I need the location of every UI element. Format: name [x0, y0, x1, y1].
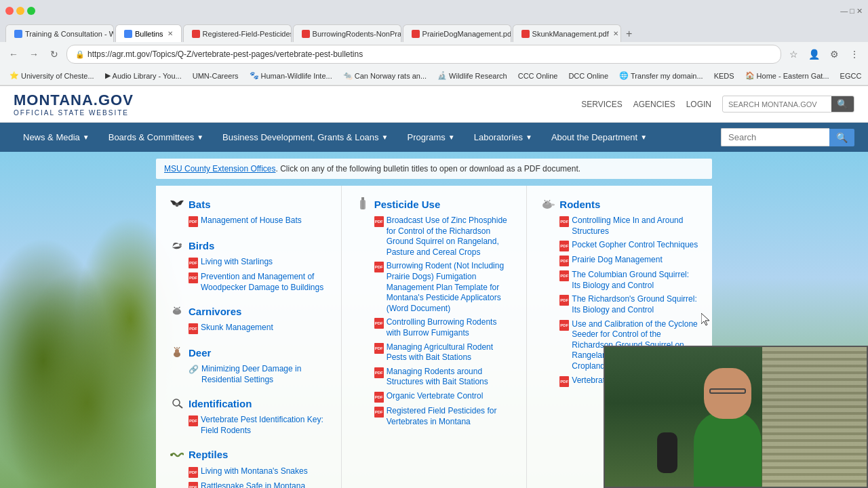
nav-news-media[interactable]: News & Media ▼ [14, 123, 99, 152]
doc-link[interactable]: Management of House Bats [201, 216, 302, 226]
tab-6-close[interactable]: ✕ [613, 30, 618, 37]
tab-5-label: PrairieDogManagement.pdf [422, 30, 511, 38]
svg-rect-9 [361, 197, 364, 200]
doc-link[interactable]: Living with Montana's Snakes [201, 466, 308, 477]
bookmark-4[interactable]: 🐾 Human-Wildlife Inte... [245, 70, 336, 81]
window-minimize-btn[interactable] [16, 7, 24, 15]
menu-btn[interactable]: ⋮ [846, 46, 863, 62]
bookmark-12[interactable]: EGCC [836, 70, 866, 81]
msu-extension-link[interactable]: MSU County Extension Offices [164, 164, 276, 174]
doc-link[interactable]: Broadcast Use of Zinc Phosphide for Cont… [387, 216, 513, 258]
nav-search-input[interactable] [721, 128, 829, 146]
url-bar[interactable]: 🔒 https://agr.mt.gov/Topics/Q-Z/vertebra… [66, 45, 781, 64]
doc-link[interactable]: Controlling Mice In and Around Structure… [572, 216, 698, 237]
tab-5[interactable]: PrairieDogManagement.pdf ✕ [403, 24, 511, 42]
doc-link[interactable]: Managing Rodents around Structures with … [387, 367, 513, 388]
pdf-icon: PDF [189, 482, 198, 488]
birds-link[interactable]: Birds [189, 240, 214, 251]
tab-1[interactable]: Training & Consultation - Wiki... ✕ [5, 24, 114, 42]
pdf-icon: PDF [189, 323, 198, 334]
doc-item: PDF Broadcast Use of Zinc Phosphide for … [374, 216, 513, 258]
header-search-btn[interactable]: 🔍 [831, 96, 854, 112]
nav-laboratories[interactable]: Laboratories ▼ [465, 123, 542, 152]
bookmark-11[interactable]: 🏠 Home - Eastern Gat... [741, 70, 833, 81]
doc-link[interactable]: Prairie Dog Management [572, 255, 662, 266]
bookmark-5[interactable]: 🐀 Can Norway rats an... [339, 70, 431, 81]
tab-2-close[interactable]: ✕ [167, 30, 173, 37]
doc-link[interactable]: Pocket Gopher Control Techniques [572, 240, 698, 251]
header-search-input[interactable] [723, 98, 831, 111]
bats-link[interactable]: Bats [189, 199, 211, 210]
forward-btn[interactable]: → [26, 46, 42, 62]
extensions-btn[interactable]: ⚙ [826, 46, 842, 62]
deer-link[interactable]: Deer [189, 347, 211, 359]
pesticide-use-link[interactable]: Pesticide Use [374, 199, 441, 210]
nav-about[interactable]: About the Department ▼ [542, 123, 656, 152]
nav-boards-committees[interactable]: Boards & Committees ▼ [99, 123, 213, 152]
bookmark-8[interactable]: DCC Online [564, 70, 612, 81]
services-link[interactable]: SERVICES [581, 100, 622, 109]
pdf-icon: PDF [374, 318, 384, 329]
bookmark-3[interactable]: UMN-Careers [189, 70, 243, 81]
video-content [605, 347, 867, 487]
person-body [694, 412, 762, 487]
window-maximize-btn[interactable] [27, 7, 35, 15]
word-doc-link[interactable]: Word Document) [389, 304, 450, 313]
pdf-icon: PDF [374, 392, 384, 403]
tab-2[interactable]: Bulletins ✕ [115, 24, 182, 42]
person-glasses [709, 388, 746, 394]
link-icon: 🔗 [189, 365, 199, 374]
nav-programs[interactable]: Programs ▼ [397, 123, 464, 152]
category-header-rodents: Rodents [540, 197, 698, 211]
doc-item: PDF Living with Montana's Snakes [189, 466, 328, 478]
title-bar: — □ ✕ [0, 0, 868, 22]
profile-btn[interactable]: 👤 [806, 46, 822, 62]
category-bats: Bats PDF Management of House Bats [170, 197, 328, 227]
tab-3[interactable]: Registered-Field-Pesticides-Ver... ✕ [183, 24, 292, 42]
bookmark-6[interactable]: 🔬 Wildlife Research [433, 70, 511, 81]
reload-btn[interactable]: ↻ [46, 46, 62, 62]
bookmark-10[interactable]: KEDS [710, 70, 738, 81]
window-close-btn[interactable] [5, 7, 14, 15]
nav-business[interactable]: Business Development, Grants & Loans ▼ [213, 123, 397, 152]
svg-point-6 [173, 399, 180, 406]
doc-link[interactable]: Managing Agricultural Rodent Pests with … [387, 342, 513, 363]
doc-link[interactable]: Living with Starlings [201, 257, 273, 268]
doc-link[interactable]: Registered Field Pesticides for Vertebra… [387, 406, 513, 427]
pdf-icon: PDF [374, 216, 384, 227]
identification-link[interactable]: Identification [189, 398, 252, 409]
logo-text: MONTANA.GOV [14, 92, 134, 109]
doc-link[interactable]: Prevention and Management of Woodpecker … [201, 272, 328, 293]
doc-link[interactable]: Burrowing Rodent (Not Including Prairie … [387, 261, 513, 314]
category-header-deer: Deer [170, 345, 328, 360]
bookmark-9[interactable]: 🌐 Transfer my domain... [615, 70, 707, 81]
reptiles-link[interactable]: Reptiles [189, 449, 228, 460]
doc-link[interactable]: Skunk Management [201, 323, 273, 333]
carnivores-link[interactable]: Carnivores [189, 306, 241, 317]
agencies-link[interactable]: AGENCIES [633, 100, 675, 109]
tab-3-label: Registered-Field-Pesticides-Ver... [203, 30, 292, 38]
rodents-link[interactable]: Rodents [559, 199, 600, 210]
doc-link[interactable]: The Richardson's Ground Squirrel: Its Bi… [572, 294, 698, 315]
tab-4[interactable]: BurrowingRodents-NonPrairi... ✕ [293, 24, 401, 42]
doc-link[interactable]: Minimizing Deer Damage in Residential Se… [201, 364, 328, 385]
new-tab-btn[interactable]: + [623, 26, 636, 42]
doc-item: PDF Prairie Dog Management [559, 255, 698, 266]
doc-link[interactable]: Vertebrate Pest Identification Key: Fiel… [201, 415, 328, 436]
doc-link[interactable]: Organic Vertebrate Control [387, 391, 484, 402]
deer-icon [170, 345, 184, 360]
bookmark-1[interactable]: ⭐ University of Cheste... [5, 70, 98, 81]
nav-item-label: Programs [407, 132, 445, 142]
doc-link[interactable]: Rattlesnake Safe in Montana [201, 481, 305, 488]
login-link[interactable]: LOGIN [686, 100, 711, 109]
nav-search-btn[interactable]: 🔍 [829, 129, 854, 146]
back-btn[interactable]: ← [5, 46, 22, 62]
bookmark-2[interactable]: ▶ Audio Library - You... [101, 70, 186, 81]
pdf-icon: PDF [559, 295, 569, 306]
doc-link[interactable]: The Columbian Ground Squirrel: Its Biolo… [572, 270, 698, 291]
bookmark-7[interactable]: CCC Online [514, 70, 562, 81]
bookmark-btn[interactable]: ☆ [785, 46, 802, 62]
tab-icon-6 [521, 30, 530, 38]
tab-6[interactable]: SkunkManagement.pdf ✕ [513, 24, 621, 42]
doc-link[interactable]: Controlling Burrowing Rodents with Burro… [387, 317, 513, 338]
